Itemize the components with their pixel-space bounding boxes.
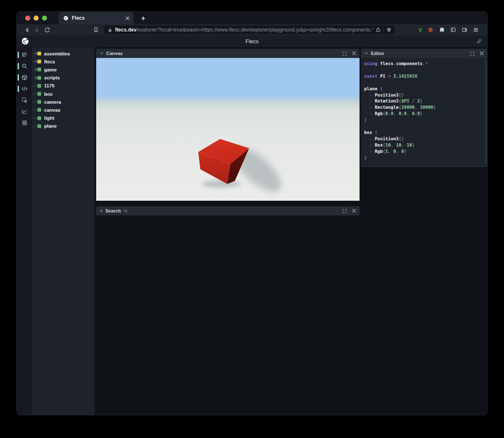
- active-indicator: [18, 86, 19, 92]
- extension-icons: V: [418, 27, 482, 33]
- fullscreen-icon[interactable]: [342, 51, 347, 56]
- tree-item-camera[interactable]: camera: [32, 98, 94, 106]
- magnifier-icon: [123, 209, 128, 213]
- tree-item-game[interactable]: game: [32, 66, 94, 73]
- minimize-window-button[interactable]: [34, 16, 39, 21]
- close-panel-icon[interactable]: [480, 51, 484, 55]
- editor-scrollbar[interactable]: [485, 59, 487, 165]
- entity-tree: assembliesflecsgamescripts1175boxcamerac…: [32, 47, 94, 415]
- close-panel-icon[interactable]: [352, 51, 356, 55]
- module-square-icon: [37, 60, 41, 63]
- bookmark-icon[interactable]: [91, 25, 101, 34]
- entity-square-icon: [37, 124, 41, 128]
- editor-panel-title: Editor: [371, 51, 384, 56]
- back-icon[interactable]: [22, 25, 32, 34]
- tree-item-box[interactable]: box: [32, 90, 94, 98]
- tree-item-label: flecs: [44, 59, 55, 64]
- extensions-puzzle-icon[interactable]: [439, 27, 445, 33]
- close-window-button[interactable]: [25, 16, 30, 21]
- box-contact-shadow: [202, 180, 241, 188]
- tree-item-scripts[interactable]: scripts: [32, 74, 94, 82]
- tree-item-label: assemblies: [44, 51, 70, 56]
- canvas-panel-title: Canvas: [106, 51, 123, 56]
- search-panel-header[interactable]: Search: [96, 206, 360, 215]
- entity-square-icon: [37, 116, 41, 120]
- cube-icon[interactable]: [17, 72, 32, 83]
- flecs-favicon: [63, 15, 69, 21]
- url-host: flecs.dev: [115, 27, 136, 33]
- entity-square-icon: [37, 68, 41, 71]
- entity-square-icon: [37, 76, 41, 80]
- entity-square-icon: [37, 108, 41, 112]
- divider: [383, 27, 384, 32]
- tree-item-flecs[interactable]: flecs: [32, 58, 94, 66]
- editor-panel-header[interactable]: Editor: [361, 49, 487, 58]
- tab-title: Flecs: [72, 15, 123, 21]
- chart-icon[interactable]: [17, 106, 32, 117]
- main-area: Canvas: [94, 47, 487, 415]
- chevron-down-icon: [364, 51, 368, 55]
- browser-window: Flecs + flecs.dev/expl: [17, 12, 487, 415]
- search-panel-title: Search: [105, 208, 121, 213]
- tree-item-canvas[interactable]: canvas: [32, 106, 94, 114]
- tree-item-label: game: [44, 67, 57, 72]
- brave-shield-icon[interactable]: [386, 27, 391, 33]
- code-icon[interactable]: [17, 83, 32, 94]
- url-text: flecs.dev/explorer/?local=true&wasm=http…: [115, 27, 373, 33]
- wallet-icon[interactable]: [462, 27, 467, 33]
- active-indicator: [18, 63, 19, 69]
- traffic-lights: [17, 16, 47, 21]
- tree-item-plane[interactable]: plane: [32, 122, 94, 130]
- reload-icon[interactable]: [42, 25, 52, 34]
- tab-bar: Flecs +: [17, 12, 487, 24]
- v-extension-icon[interactable]: V: [418, 27, 422, 33]
- 3d-viewport[interactable]: [96, 58, 360, 201]
- inspector-icon[interactable]: [17, 94, 32, 106]
- entity-square-icon: [37, 92, 41, 96]
- tree-item-light[interactable]: light: [32, 114, 94, 122]
- active-indicator: [18, 52, 19, 58]
- tree-item-label: 1175: [44, 83, 55, 88]
- tree-item-label: scripts: [44, 75, 60, 80]
- editor-code: using flecs.components.* const PI = 3.14…: [364, 60, 484, 161]
- stack-icon[interactable]: [17, 117, 32, 129]
- tree-item-1175[interactable]: 1175: [32, 82, 94, 90]
- share-link-icon[interactable]: [476, 38, 482, 46]
- tree-item-label: plane: [44, 123, 57, 129]
- editor-panel: Editor using flecs.components.* const PI…: [361, 49, 487, 167]
- url-path: /explorer/?local=true&wasm=https://www.f…: [136, 27, 373, 33]
- code-editor[interactable]: using flecs.components.* const PI = 3.14…: [361, 58, 487, 167]
- lock-icon: [108, 27, 113, 33]
- 3d-scene: [96, 58, 360, 201]
- icon-rail: [17, 47, 32, 415]
- collapsed-indicator-dot: [100, 210, 102, 212]
- navigation-bar: flecs.dev/explorer/?local=true&wasm=http…: [17, 24, 487, 35]
- chevron-down-icon: [100, 51, 104, 55]
- flecs-logo: [21, 37, 29, 47]
- module-square-icon: [37, 52, 41, 55]
- zoom-window-button[interactable]: [42, 16, 47, 21]
- menu-icon[interactable]: [473, 27, 479, 33]
- new-tab-button[interactable]: +: [141, 15, 145, 22]
- forward-icon[interactable]: [32, 25, 42, 34]
- url-bar[interactable]: flecs.dev/explorer/?local=true&wasm=http…: [104, 26, 395, 34]
- fullscreen-icon[interactable]: [470, 51, 475, 56]
- tree-item-label: canvas: [44, 108, 60, 113]
- outliner-icon[interactable]: [17, 49, 32, 60]
- close-panel-icon[interactable]: [352, 209, 356, 213]
- orange-extension-icon[interactable]: [428, 27, 433, 33]
- app-content: assembliesflecsgamescripts1175boxcamerac…: [17, 47, 487, 415]
- tree-item-label: camera: [44, 100, 61, 105]
- app-header: Flecs: [17, 35, 487, 47]
- sidebar-toggle-icon[interactable]: [450, 27, 456, 33]
- close-tab-icon[interactable]: [126, 16, 129, 20]
- tree-item-assemblies[interactable]: assemblies: [32, 50, 94, 58]
- entity-square-icon: [37, 100, 41, 104]
- fullscreen-icon[interactable]: [342, 209, 347, 213]
- entity-square-icon: [37, 84, 41, 88]
- search-icon[interactable]: [17, 60, 32, 72]
- canvas-panel-header[interactable]: Canvas: [96, 49, 360, 58]
- browser-tab[interactable]: Flecs: [59, 12, 134, 24]
- active-indicator: [18, 74, 19, 81]
- share-icon[interactable]: [375, 27, 381, 33]
